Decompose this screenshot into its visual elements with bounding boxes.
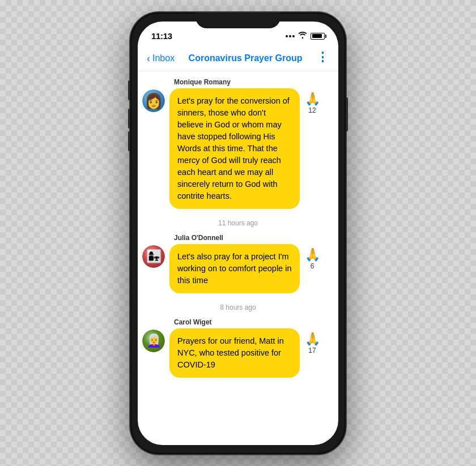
message-group-3: Carol Wiget Prayers for our friend, Matt…	[138, 318, 338, 378]
reaction-area-2[interactable]: 🙏 6	[300, 244, 320, 270]
message-bubble-2: Let's also pray for a project I'm workin…	[169, 244, 300, 293]
status-time: 11:13	[151, 31, 172, 41]
more-button[interactable]: ⋮	[316, 51, 329, 63]
battery-icon	[311, 33, 325, 40]
phone-notch	[196, 12, 280, 28]
prayer-icon-1: 🙏	[305, 93, 320, 105]
prayer-icon-3: 🙏	[305, 333, 320, 345]
phone-screen: 11:13 ‹ Inbox Coronavir	[138, 22, 338, 445]
avatar-monique-img	[142, 89, 165, 112]
sender-name-3: Carol Wiget	[174, 318, 338, 326]
status-icons	[286, 32, 325, 40]
reaction-count-3: 17	[308, 347, 316, 354]
timestamp-2: 8 hours ago	[138, 303, 338, 311]
message-bubble-3: Prayers for our friend, Matt in NYC, who…	[169, 328, 300, 378]
reaction-area-1[interactable]: 🙏 12	[300, 88, 320, 114]
nav-title: Coronavirus Prayer Group	[175, 53, 316, 63]
message-row-3: Prayers for our friend, Matt in NYC, who…	[138, 328, 338, 378]
message-group-2: Julia O'Donnell Let's also pray for a pr…	[138, 234, 338, 293]
phone-device: 11:13 ‹ Inbox Coronavir	[130, 12, 346, 454]
back-arrow-icon: ‹	[147, 53, 150, 65]
sender-name-2: Julia O'Donnell	[174, 234, 338, 242]
reaction-count-2: 6	[311, 262, 314, 270]
wifi-icon	[298, 32, 307, 40]
message-row-1: Let's pray for the conversion of sinners…	[138, 88, 338, 209]
message-bubble-1: Let's pray for the conversion of sinners…	[169, 88, 300, 209]
prayer-icon-2: 🙏	[305, 249, 320, 261]
messages-area: Monique Romany Let's pray for the conver…	[138, 71, 338, 445]
reaction-area-3[interactable]: 🙏 17	[300, 328, 320, 354]
timestamp-1: 11 hours ago	[138, 219, 338, 227]
message-row-2: Let's also pray for a project I'm workin…	[138, 244, 338, 293]
avatar-carol-img	[142, 330, 165, 352]
reaction-count-1: 12	[308, 106, 316, 114]
avatar-carol	[142, 330, 165, 352]
message-group-1: Monique Romany Let's pray for the conver…	[138, 78, 338, 209]
avatar-julia-img	[142, 245, 165, 268]
avatar-julia	[142, 245, 165, 268]
sender-name-1: Monique Romany	[174, 78, 338, 86]
avatar-monique	[142, 89, 165, 112]
nav-bar: ‹ Inbox Coronavirus Prayer Group ⋮	[138, 46, 338, 71]
signal-icon	[286, 35, 295, 37]
back-button[interactable]: ‹ Inbox	[147, 53, 175, 65]
back-label: Inbox	[152, 53, 175, 63]
